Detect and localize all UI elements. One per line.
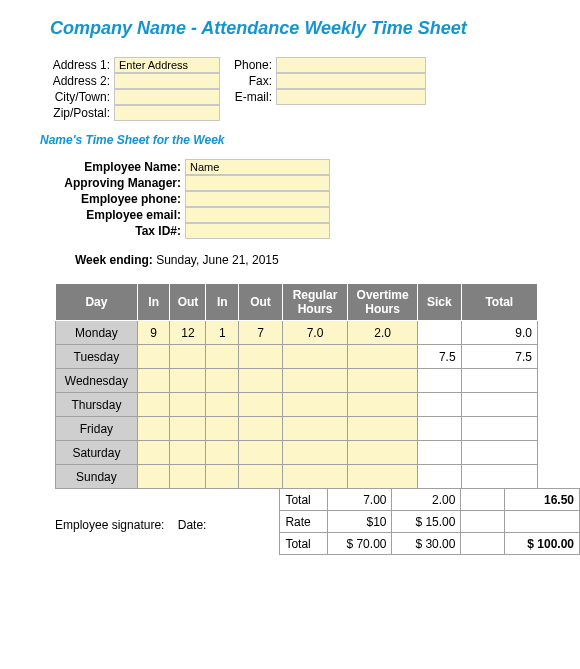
cell-in[interactable] — [137, 393, 170, 417]
phone-field[interactable] — [276, 57, 426, 73]
cell-sick[interactable]: 7.5 — [417, 345, 461, 369]
cell-sick[interactable] — [417, 441, 461, 465]
email-label: E-mail: — [228, 89, 276, 105]
cell-sick[interactable] — [417, 465, 461, 489]
rate-row-label: Rate — [280, 511, 327, 533]
cell-out2[interactable]: 7 — [239, 321, 283, 345]
cell-in2[interactable]: 1 — [206, 321, 239, 345]
phone-label: Phone: — [228, 57, 276, 73]
tax-id-field[interactable] — [185, 223, 330, 239]
cell-day: Friday — [56, 417, 138, 441]
cell-ot[interactable] — [348, 369, 418, 393]
rate-row-reg: $10 — [327, 511, 392, 533]
approving-manager-field[interactable] — [185, 175, 330, 191]
grand-row-label: Total — [280, 533, 327, 555]
city-field[interactable] — [114, 89, 220, 105]
signature-label: Employee signature: — [55, 518, 164, 532]
cell-total — [461, 465, 537, 489]
rate-row-ot: $ 15.00 — [392, 511, 461, 533]
cell-day: Saturday — [56, 441, 138, 465]
fax-label: Fax: — [228, 73, 276, 89]
cell-day: Tuesday — [56, 345, 138, 369]
th-day: Day — [56, 284, 138, 321]
table-row: Tuesday7.57.5 — [56, 345, 538, 369]
table-row: Sunday — [56, 465, 538, 489]
cell-out[interactable] — [170, 393, 206, 417]
cell-ot[interactable] — [348, 465, 418, 489]
cell-in2[interactable] — [206, 441, 239, 465]
cell-in2[interactable] — [206, 393, 239, 417]
cell-total — [461, 441, 537, 465]
employee-phone-field[interactable] — [185, 191, 330, 207]
cell-out[interactable] — [170, 465, 206, 489]
cell-out2[interactable] — [239, 465, 283, 489]
cell-sick[interactable] — [417, 369, 461, 393]
address2-field[interactable] — [114, 73, 220, 89]
cell-in2[interactable] — [206, 345, 239, 369]
cell-out[interactable] — [170, 345, 206, 369]
cell-in[interactable] — [137, 417, 170, 441]
cell-out[interactable] — [170, 417, 206, 441]
cell-in[interactable] — [137, 441, 170, 465]
cell-total — [461, 393, 537, 417]
rate-row-sick — [461, 511, 504, 533]
cell-in2[interactable] — [206, 465, 239, 489]
totals-row-reg: 7.00 — [327, 489, 392, 511]
cell-ot[interactable] — [348, 393, 418, 417]
cell-total — [461, 369, 537, 393]
cell-in[interactable] — [137, 465, 170, 489]
cell-out2[interactable] — [239, 441, 283, 465]
cell-sick[interactable] — [417, 417, 461, 441]
grand-row-total: $ 100.00 — [504, 533, 579, 555]
cell-reg[interactable] — [282, 465, 347, 489]
cell-sick[interactable] — [417, 393, 461, 417]
week-ending-value: Sunday, June 21, 2015 — [156, 253, 279, 267]
cell-out2[interactable] — [239, 417, 283, 441]
th-in2: In — [206, 284, 239, 321]
week-ending: Week ending: Sunday, June 21, 2015 — [75, 253, 580, 267]
th-total: Total — [461, 284, 537, 321]
totals-row-total: 16.50 — [504, 489, 579, 511]
cell-out[interactable] — [170, 441, 206, 465]
cell-out2[interactable] — [239, 393, 283, 417]
cell-sick[interactable] — [417, 321, 461, 345]
cell-in[interactable] — [137, 345, 170, 369]
email-field[interactable] — [276, 89, 426, 105]
zip-field[interactable] — [114, 105, 220, 121]
cell-ot[interactable] — [348, 417, 418, 441]
totals-table: Total 7.00 2.00 16.50 Rate $10 $ 15.00 T… — [279, 488, 580, 555]
cell-in2[interactable] — [206, 369, 239, 393]
cell-out2[interactable] — [239, 345, 283, 369]
cell-out2[interactable] — [239, 369, 283, 393]
cell-reg[interactable] — [282, 417, 347, 441]
address1-field[interactable]: Enter Address — [114, 57, 220, 73]
cell-out[interactable]: 12 — [170, 321, 206, 345]
th-out: Out — [170, 284, 206, 321]
cell-day: Thursday — [56, 393, 138, 417]
fax-field[interactable] — [276, 73, 426, 89]
cell-reg[interactable] — [282, 369, 347, 393]
cell-reg[interactable] — [282, 345, 347, 369]
grand-row-reg: $ 70.00 — [327, 533, 392, 555]
cell-total — [461, 417, 537, 441]
cell-ot[interactable] — [348, 441, 418, 465]
cell-reg[interactable] — [282, 393, 347, 417]
employee-name-field[interactable]: Name — [185, 159, 330, 175]
cell-reg[interactable]: 7.0 — [282, 321, 347, 345]
th-in: In — [137, 284, 170, 321]
tax-id-label: Tax ID#: — [55, 223, 185, 239]
th-reg: Regular Hours — [282, 284, 347, 321]
employee-name-label: Employee Name: — [55, 159, 185, 175]
cell-ot[interactable]: 2.0 — [348, 321, 418, 345]
cell-reg[interactable] — [282, 441, 347, 465]
subtitle: Name's Time Sheet for the Week — [40, 133, 580, 147]
cell-in[interactable] — [137, 369, 170, 393]
cell-in2[interactable] — [206, 417, 239, 441]
th-out2: Out — [239, 284, 283, 321]
employee-email-field[interactable] — [185, 207, 330, 223]
table-row: Wednesday — [56, 369, 538, 393]
cell-ot[interactable] — [348, 345, 418, 369]
totals-row-sick — [461, 489, 504, 511]
cell-out[interactable] — [170, 369, 206, 393]
cell-in[interactable]: 9 — [137, 321, 170, 345]
